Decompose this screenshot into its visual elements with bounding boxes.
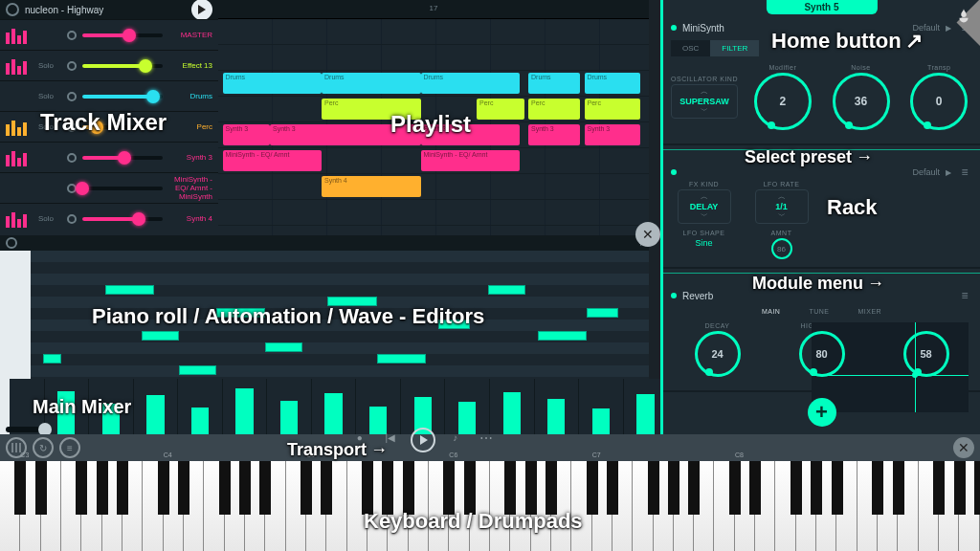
midi-note[interactable]	[105, 285, 155, 295]
play-button[interactable]	[411, 428, 435, 452]
black-key[interactable]	[362, 461, 373, 515]
playlist-clip[interactable]: MiniSynth - EQ/ Amnt	[223, 150, 323, 171]
mixer-channel[interactable]	[579, 379, 624, 434]
playlist-clip[interactable]: Synth 3	[421, 124, 521, 145]
playlist-clip[interactable]: Synth 3	[270, 124, 421, 145]
track-row[interactable]: SoloDrums	[0, 80, 218, 111]
black-key[interactable]	[403, 461, 414, 515]
black-key[interactable]	[321, 461, 332, 515]
black-key[interactable]	[97, 461, 108, 515]
track-row[interactable]: Synth 3	[0, 142, 218, 172]
black-key[interactable]	[811, 461, 822, 515]
mixer-channel[interactable]	[223, 379, 268, 434]
black-key[interactable]	[546, 461, 557, 515]
noise-knob[interactable]: 36	[833, 73, 890, 130]
playlist-clip[interactable]: Perc	[528, 99, 580, 120]
playlist-lane[interactable]	[218, 174, 649, 200]
chevron-up-icon[interactable]: ︿	[778, 194, 786, 200]
piano-roll-keys[interactable]	[0, 251, 31, 379]
power-dot-icon[interactable]	[671, 293, 677, 298]
black-key[interactable]	[301, 461, 312, 515]
playlist-clip[interactable]: Drums	[585, 73, 641, 94]
midi-note[interactable]	[327, 297, 377, 306]
black-key[interactable]	[648, 461, 659, 515]
track-row[interactable]: SoloSynth 4	[0, 203, 218, 233]
chevron-down-icon[interactable]: ﹀	[778, 213, 786, 219]
menu-icon[interactable]: ≡	[59, 437, 80, 458]
playlist-clip[interactable]: Synth 3	[223, 124, 271, 145]
playlist-clip[interactable]: Perc	[477, 99, 524, 120]
pan-knob[interactable]	[67, 122, 77, 132]
loop-icon[interactable]: ↻	[33, 437, 54, 458]
playlist-clip[interactable]: Drums	[528, 73, 580, 94]
playlist-clip[interactable]: Perc	[322, 99, 421, 120]
module-preset[interactable]: Default	[912, 23, 940, 33]
mixer-channel[interactable]	[89, 379, 134, 434]
playlist-clip[interactable]: Drums	[322, 73, 421, 94]
midi-note[interactable]	[43, 354, 61, 364]
black-key[interactable]	[525, 461, 537, 515]
volume-slider[interactable]	[82, 64, 163, 68]
chevron-down-icon[interactable]: ﹀	[701, 108, 708, 114]
black-key[interactable]	[607, 461, 618, 515]
chevron-down-icon[interactable]: ﹀	[701, 213, 708, 219]
osc-kind-selector[interactable]: ︿ SUPERSAW ﹀	[671, 84, 738, 119]
tempo-button[interactable]: ♪	[445, 428, 466, 449]
pan-knob[interactable]	[67, 31, 77, 40]
pan-knob[interactable]	[67, 153, 77, 163]
black-key[interactable]	[117, 461, 128, 515]
playlist-lane[interactable]	[218, 200, 649, 226]
mixer-channel[interactable]	[0, 379, 45, 434]
midi-note[interactable]	[142, 331, 179, 341]
tab-osc[interactable]: OSC	[671, 40, 710, 56]
close-icon[interactable]: ✕	[953, 437, 974, 458]
black-key[interactable]	[749, 461, 761, 515]
add-module-button[interactable]: +	[808, 398, 836, 427]
midi-note[interactable]	[587, 308, 617, 318]
module-preset[interactable]: Default	[912, 167, 940, 177]
volume-slider[interactable]	[82, 217, 163, 221]
record-button[interactable]: ●	[349, 428, 370, 449]
fx-kind-selector[interactable]: ︿ DELAY ﹀	[678, 189, 731, 224]
mixer-channel[interactable]	[401, 379, 446, 434]
playlist-clip[interactable]: MiniSynth - EQ/ Amnt	[421, 150, 521, 171]
black-key[interactable]	[239, 461, 251, 515]
volume-slider[interactable]	[82, 125, 163, 129]
playlist-clip[interactable]: Synth 3	[585, 124, 641, 145]
lfo-rate-selector[interactable]: ︿ 1/1 ﹀	[755, 189, 809, 224]
black-key[interactable]	[219, 461, 231, 515]
more-button[interactable]: ⋯	[476, 428, 497, 449]
track-row[interactable]: SoloEffect 13	[0, 50, 218, 80]
menu-icon[interactable]: ≡	[957, 165, 972, 179]
chevron-right-icon[interactable]: ▶	[946, 24, 951, 33]
volume-slider[interactable]	[82, 187, 163, 190]
volume-slider[interactable]	[82, 95, 163, 99]
black-key[interactable]	[729, 461, 741, 515]
midi-note[interactable]	[377, 354, 427, 364]
mixer-channel[interactable]	[535, 379, 580, 434]
pan-knob[interactable]	[67, 92, 77, 101]
midi-note[interactable]	[179, 365, 216, 375]
playlist-clip[interactable]: Drums	[223, 73, 323, 94]
black-key[interactable]	[893, 461, 904, 515]
pan-knob[interactable]	[67, 214, 77, 224]
lfo-shape-value[interactable]: Sine	[695, 238, 712, 248]
playlist-clip[interactable]: Synth 4	[322, 176, 421, 197]
solo-button[interactable]: Solo	[38, 122, 61, 131]
chevron-up-icon[interactable]: ︿	[701, 194, 708, 200]
tab-tune[interactable]: TUNE	[809, 308, 829, 315]
black-key[interactable]	[933, 461, 945, 515]
highdamp-knob[interactable]: 80	[799, 331, 845, 377]
black-key[interactable]	[443, 461, 455, 515]
tab-main[interactable]: MAIN	[762, 308, 781, 315]
mixer-channel[interactable]	[312, 379, 357, 434]
tab-filter[interactable]: FILTER	[710, 40, 759, 56]
solo-button[interactable]: Solo	[38, 92, 61, 100]
mixer-channel[interactable]	[134, 379, 179, 434]
midi-note[interactable]	[538, 331, 588, 341]
black-key[interactable]	[587, 461, 598, 515]
mixer-channel[interactable]	[45, 379, 90, 434]
midi-note[interactable]	[265, 342, 302, 352]
mixer-channel[interactable]	[445, 379, 490, 434]
midi-note[interactable]	[488, 285, 525, 295]
